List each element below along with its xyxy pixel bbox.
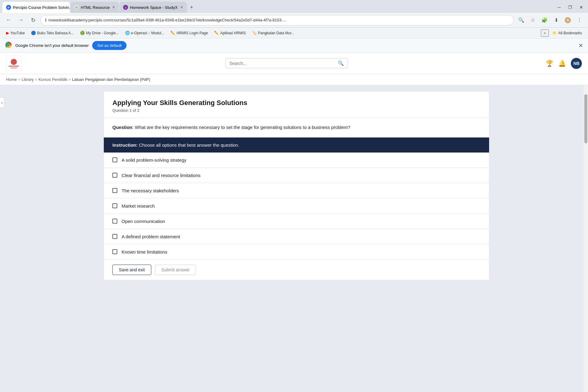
bell-button[interactable]: 🔔 (558, 60, 566, 67)
forward-button[interactable]: → (16, 15, 26, 25)
bookmark-e-operasi[interactable]: 🌐 e-Operasi :: Modul... (123, 30, 167, 36)
search-button[interactable]: 🔍 (516, 15, 526, 25)
option-2[interactable]: Clear financial and resource limitations (104, 168, 489, 183)
bookmarks-more-button[interactable]: » (541, 29, 549, 37)
address-bar[interactable]: ℹ moeeduskillsacademy.percipio.com/cours… (40, 15, 514, 25)
bookmark-e-operasi-label: e-Operasi :: Modul... (131, 31, 164, 35)
search-input[interactable] (229, 61, 338, 66)
download-button[interactable]: ⬇ (551, 15, 561, 25)
tab-close-2[interactable]: ✕ (112, 5, 115, 9)
checkbox-1[interactable] (112, 157, 117, 162)
window-close-button[interactable]: ✕ (577, 4, 586, 11)
option-6-label: A defined problem statement (122, 234, 180, 239)
aplikasi-hrmis-icon: ✏️ (214, 31, 219, 35)
bookmark-hrmis-login[interactable]: ✏️ HRMIS Login Page (168, 30, 210, 36)
question-text: Question: What are the key requirements … (112, 124, 481, 131)
checkbox-6[interactable] (112, 234, 117, 239)
checkbox-2[interactable] (112, 173, 117, 178)
breadcrumb: Home > Library > Kursus Pendidik > Lalua… (0, 74, 588, 85)
default-notice-text: Google Chrome isn't your default browser (15, 43, 89, 48)
scrollbar[interactable] (584, 85, 588, 392)
main-content: Applying Your Skills Generating Solution… (9, 85, 584, 392)
quiz-subtitle: Question 1 of 2 (112, 108, 481, 113)
window-minimize-button[interactable]: ─ (555, 4, 563, 11)
option-4[interactable]: Market research (104, 198, 489, 214)
checkbox-4[interactable] (112, 203, 117, 208)
bookmark-buku-teks[interactable]: 🔵 Buku Teks Bahasa A... (28, 30, 76, 36)
action-bar: Save and exit Submit answer (104, 259, 489, 280)
checkbox-5[interactable] (112, 219, 117, 224)
trophy-button[interactable]: 🏆 (546, 60, 553, 67)
address-text: moeeduskillsacademy.percipio.com/courses… (48, 18, 509, 22)
menu-button[interactable]: ⋮ (575, 15, 584, 25)
window-maximize-button[interactable]: ❐ (566, 4, 575, 11)
scrollbar-thumb[interactable] (584, 94, 587, 143)
checkbox-3[interactable] (112, 188, 117, 193)
bookmark-aplikasi-hrmis[interactable]: ✏️ Aplikasi HRMIS (212, 30, 248, 36)
bookmark-hrmis-login-label: HRMIS Login Page (176, 31, 208, 35)
breadcrumb-kursus[interactable]: Kursus Pendidik (39, 77, 67, 82)
buku-teks-icon: 🔵 (31, 31, 36, 35)
extension-button[interactable]: 🧩 (540, 15, 549, 25)
back-button[interactable]: ← (4, 15, 13, 25)
hrmis-login-icon: ✏️ (170, 31, 175, 35)
app-header: 🔍 🏆 🔔 NB (0, 53, 588, 74)
refresh-button[interactable]: ↻ (28, 15, 38, 25)
instruction-text: Instruction: Choose all options that bes… (112, 142, 239, 148)
all-bookmarks-button[interactable]: 📁 All Bookmarks (550, 30, 584, 36)
bookmark-pangkalan[interactable]: 🏷️ Pangkalan Data Mur... (250, 30, 297, 36)
submit-answer-button[interactable]: Submit answer (155, 265, 196, 275)
options-list: A solid problem-solving strategy Clear f… (104, 153, 489, 259)
option-1[interactable]: A solid problem-solving strategy (104, 153, 489, 168)
bookmark-youtube[interactable]: ▶ YouTube (4, 30, 27, 36)
side-panel-toggle[interactable]: › (0, 97, 4, 108)
tab-2[interactable]: H HTML Resource ✕ (70, 2, 119, 13)
question-label: Question (112, 125, 132, 130)
breadcrumb-home[interactable]: Home (6, 77, 17, 82)
option-5-label: Open communication (122, 219, 165, 224)
svg-point-10 (7, 44, 9, 46)
tab-active[interactable]: P Percipio Course Problem Solvin... ✕ (2, 2, 70, 13)
quiz-card: Applying Your Skills Generating Solution… (104, 91, 489, 280)
bookmark-star-button[interactable]: ☆ (528, 15, 538, 25)
option-3[interactable]: The necessary stakeholders (104, 183, 489, 198)
header-right: 🏆 🔔 NB (546, 58, 582, 69)
bookmark-youtube-label: YouTube (10, 31, 25, 35)
breadcrumb-library[interactable]: Library (21, 77, 34, 82)
search-box[interactable]: 🔍 (225, 58, 348, 68)
youtube-icon: ▶ (6, 31, 9, 35)
bookmark-my-drive[interactable]: 🟢 My Drive - Google... (77, 30, 121, 36)
set-default-button[interactable]: Set as default (92, 41, 126, 50)
new-tab-button[interactable]: + (187, 3, 196, 12)
profile-button[interactable]: N (563, 15, 573, 25)
tab-close-3[interactable]: ✕ (180, 5, 183, 9)
save-exit-button[interactable]: Save and exit (112, 265, 151, 275)
instruction-bar: Instruction: Choose all options that bes… (104, 138, 489, 153)
option-3-label: The necessary stakeholders (122, 188, 179, 193)
checkbox-7[interactable] (112, 249, 117, 254)
question-section: Question: What are the key requirements … (104, 118, 489, 138)
option-6[interactable]: A defined problem statement (104, 229, 489, 244)
app-logo (6, 56, 21, 71)
search-icon: 🔍 (338, 60, 344, 66)
notice-close-button[interactable]: ✕ (579, 42, 583, 49)
svg-text:H: H (76, 6, 78, 9)
svg-text:S: S (125, 6, 126, 9)
tab-title-3: Homework Space - StudyX (130, 5, 178, 10)
e-operasi-icon: 🌐 (125, 31, 130, 35)
tab-3[interactable]: S Homework Space - StudyX ✕ (119, 2, 187, 13)
option-7-label: Known time limitations (122, 249, 167, 254)
breadcrumb-sep-2: > (35, 77, 37, 82)
svg-text:P: P (8, 6, 9, 9)
svg-point-12 (11, 59, 17, 65)
bookmark-pangkalan-label: Pangkalan Data Mur... (258, 31, 295, 35)
pangkalan-icon: 🏷️ (252, 31, 257, 35)
avatar[interactable]: NB (571, 58, 582, 69)
tab-favicon-3: S (123, 5, 128, 10)
option-2-label: Clear financial and resource limitations (122, 173, 201, 178)
option-5[interactable]: Open communication (104, 214, 489, 229)
breadcrumb-current: Laluan Pengajaran dan Pembelajaran (PdP) (72, 77, 150, 82)
option-7[interactable]: Known time limitations (104, 244, 489, 259)
quiz-header: Applying Your Skills Generating Solution… (104, 92, 489, 118)
tab-favicon-2: H (74, 5, 79, 10)
